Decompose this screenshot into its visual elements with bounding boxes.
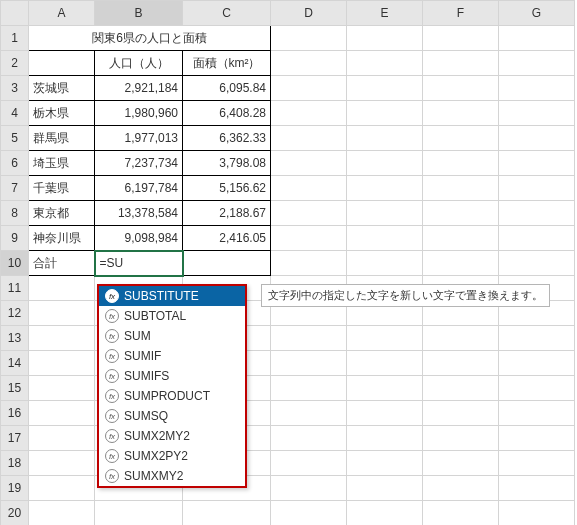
cell[interactable] xyxy=(499,126,575,151)
cell[interactable] xyxy=(499,151,575,176)
suggest-item[interactable]: fxSUBTOTAL xyxy=(99,306,245,326)
row-header[interactable]: 10 xyxy=(1,251,29,276)
total-label[interactable]: 合計 xyxy=(29,251,95,276)
cell[interactable] xyxy=(423,376,499,401)
cell[interactable] xyxy=(423,426,499,451)
cell[interactable] xyxy=(347,426,423,451)
cell[interactable] xyxy=(271,351,347,376)
row-header[interactable]: 13 xyxy=(1,326,29,351)
cell[interactable] xyxy=(347,201,423,226)
row-header[interactable]: 14 xyxy=(1,351,29,376)
cell[interactable] xyxy=(29,376,95,401)
cell[interactable] xyxy=(499,351,575,376)
row-header[interactable]: 9 xyxy=(1,226,29,251)
cell[interactable] xyxy=(271,326,347,351)
cell[interactable] xyxy=(499,476,575,501)
pref-pop[interactable]: 13,378,584 xyxy=(95,201,183,226)
cell[interactable] xyxy=(499,376,575,401)
pref-pop[interactable]: 7,237,734 xyxy=(95,151,183,176)
row-header[interactable]: 2 xyxy=(1,51,29,76)
row-header[interactable]: 8 xyxy=(1,201,29,226)
cell[interactable] xyxy=(499,226,575,251)
cell[interactable] xyxy=(499,401,575,426)
row-header[interactable]: 5 xyxy=(1,126,29,151)
col-header-G[interactable]: G xyxy=(499,1,575,26)
cell[interactable] xyxy=(347,451,423,476)
suggest-item[interactable]: fxSUM xyxy=(99,326,245,346)
cell[interactable] xyxy=(423,201,499,226)
cell[interactable] xyxy=(423,226,499,251)
pref-area[interactable]: 6,362.33 xyxy=(183,126,271,151)
pref-name[interactable]: 神奈川県 xyxy=(29,226,95,251)
cell[interactable] xyxy=(499,76,575,101)
cell[interactable] xyxy=(271,501,347,526)
cell[interactable] xyxy=(423,26,499,51)
col-header-E[interactable]: E xyxy=(347,1,423,26)
cell[interactable] xyxy=(271,101,347,126)
pref-pop[interactable]: 6,197,784 xyxy=(95,176,183,201)
cell[interactable] xyxy=(499,251,575,276)
row-header[interactable]: 12 xyxy=(1,301,29,326)
suggest-item[interactable]: fxSUMX2PY2 xyxy=(99,446,245,466)
cell[interactable] xyxy=(423,501,499,526)
cell[interactable] xyxy=(271,126,347,151)
cell[interactable] xyxy=(29,451,95,476)
cell[interactable] xyxy=(347,401,423,426)
row-header[interactable]: 18 xyxy=(1,451,29,476)
pref-pop[interactable]: 2,921,184 xyxy=(95,76,183,101)
cell[interactable] xyxy=(29,51,95,76)
cell[interactable] xyxy=(347,376,423,401)
suggest-item[interactable]: fxSUMXMY2 xyxy=(99,466,245,486)
suggest-item[interactable]: fxSUBSTITUTE xyxy=(99,286,245,306)
cell[interactable] xyxy=(423,351,499,376)
col-header-C[interactable]: C xyxy=(183,1,271,26)
cell[interactable] xyxy=(271,401,347,426)
editing-cell[interactable]: =SU xyxy=(95,251,183,276)
cell[interactable] xyxy=(183,501,271,526)
pref-area[interactable]: 5,156.62 xyxy=(183,176,271,201)
cell[interactable] xyxy=(423,151,499,176)
cell[interactable] xyxy=(347,251,423,276)
pref-pop[interactable]: 1,977,013 xyxy=(95,126,183,151)
pref-area[interactable]: 2,188.67 xyxy=(183,201,271,226)
row-header[interactable]: 7 xyxy=(1,176,29,201)
formula-autocomplete[interactable]: fxSUBSTITUTE fxSUBTOTAL fxSUM fxSUMIF fx… xyxy=(97,284,247,488)
cell[interactable] xyxy=(499,451,575,476)
col-header-A[interactable]: A xyxy=(29,1,95,26)
cell[interactable] xyxy=(29,476,95,501)
cell[interactable] xyxy=(347,226,423,251)
cell[interactable] xyxy=(347,76,423,101)
cell[interactable] xyxy=(271,151,347,176)
row-header[interactable]: 15 xyxy=(1,376,29,401)
cell[interactable] xyxy=(347,51,423,76)
cell[interactable] xyxy=(423,51,499,76)
cell[interactable] xyxy=(271,26,347,51)
cell[interactable] xyxy=(423,76,499,101)
cell[interactable] xyxy=(347,26,423,51)
row-header[interactable]: 17 xyxy=(1,426,29,451)
select-all-corner[interactable] xyxy=(1,1,29,26)
cell[interactable] xyxy=(499,426,575,451)
pref-name[interactable]: 東京都 xyxy=(29,201,95,226)
cell[interactable] xyxy=(423,251,499,276)
header-pop[interactable]: 人口（人） xyxy=(95,51,183,76)
spreadsheet-grid[interactable]: A B C D E F G 1 関東6県の人口と面積 2 人口（人） 面積（km… xyxy=(0,0,575,525)
cell[interactable] xyxy=(271,451,347,476)
row-header[interactable]: 3 xyxy=(1,76,29,101)
cell[interactable] xyxy=(499,26,575,51)
col-header-B[interactable]: B xyxy=(95,1,183,26)
row-header[interactable]: 19 xyxy=(1,476,29,501)
pref-pop[interactable]: 1,980,960 xyxy=(95,101,183,126)
row-header[interactable]: 16 xyxy=(1,401,29,426)
pref-name[interactable]: 茨城県 xyxy=(29,76,95,101)
cell[interactable] xyxy=(271,251,347,276)
cell[interactable] xyxy=(347,176,423,201)
cell[interactable] xyxy=(499,176,575,201)
cell[interactable] xyxy=(423,451,499,476)
cell[interactable] xyxy=(271,476,347,501)
cell[interactable] xyxy=(271,51,347,76)
pref-area[interactable]: 3,798.08 xyxy=(183,151,271,176)
suggest-item[interactable]: fxSUMSQ xyxy=(99,406,245,426)
cell[interactable] xyxy=(347,151,423,176)
cell[interactable] xyxy=(347,476,423,501)
